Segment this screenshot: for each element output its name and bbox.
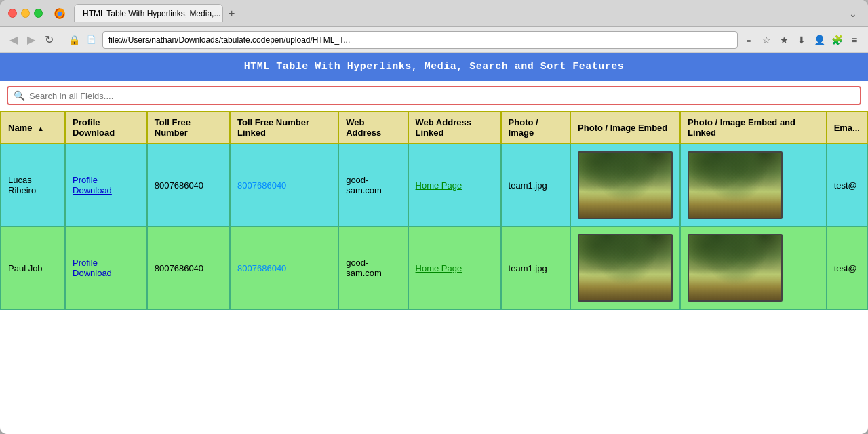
menu-icon[interactable]: ≡ [848, 33, 861, 47]
firefox-icon [54, 7, 66, 20]
new-tab-button[interactable]: + [223, 5, 240, 22]
search-icon: 🔍 [14, 90, 25, 101]
cell-email-1: test@ [827, 144, 867, 226]
address-bar[interactable] [102, 31, 738, 49]
photo-embed-link-1[interactable] [688, 151, 819, 219]
col-web-address-linked: Web Address Linked [408, 111, 501, 144]
profile-link-1[interactable]: Profile [73, 175, 140, 185]
cell-photo-embed-1 [570, 144, 680, 226]
col-toll-free: Toll Free Number [147, 111, 230, 144]
navigation-toolbar: ◀ ▶ ↻ 🔒 📄 ≡ ☆ ★ ⬇ 👤 🧩 ≡ [0, 27, 868, 53]
traffic-lights [8, 9, 43, 18]
photo-embed-image-1 [578, 151, 673, 219]
cell-email-2: test@ [827, 226, 867, 309]
cell-name-1: Lucas Ribeiro [1, 144, 65, 226]
table-row: Lucas Ribeiro Profile Download 800768604… [1, 144, 867, 226]
photo-embed-image-2 [578, 234, 673, 302]
file-icon: 📄 [85, 33, 98, 47]
tab-bar: HTML Table With Hyperlinks, Media,... ✕ … [74, 4, 240, 22]
cell-toll-free-1: 8007686040 [147, 144, 230, 226]
cell-photo-1: team1.jpg [501, 144, 570, 226]
header-title: HTML Table With Hyperlinks, Media, Searc… [244, 61, 625, 73]
sort-arrow-name: ▲ [37, 125, 44, 132]
phone-link-1[interactable]: 8007686040 [237, 180, 286, 191]
page-content: HTML Table With Hyperlinks, Media, Searc… [0, 53, 868, 434]
cell-web-2: good-sam.com [338, 226, 408, 309]
table-row: Paul Job Profile Download 8007686040 800… [1, 226, 867, 309]
cell-name-2: Paul Job [1, 226, 65, 309]
profile-icon[interactable]: 👤 [812, 33, 826, 47]
active-tab[interactable]: HTML Table With Hyperlinks, Media,... ✕ [74, 4, 223, 22]
minimize-button[interactable] [21, 9, 30, 18]
profile-link-2[interactable]: Profile [73, 258, 140, 268]
cell-web-linked-2: Home Page [408, 226, 501, 309]
cell-web-1: good-sam.com [338, 144, 408, 226]
svg-point-1 [58, 11, 62, 16]
search-input[interactable] [29, 91, 854, 101]
download-link-2[interactable]: Download [73, 268, 140, 278]
bookmark-star-icon[interactable]: ★ [777, 33, 791, 47]
search-container: 🔍 [7, 86, 861, 105]
expand-icon[interactable]: ⌄ [846, 7, 860, 20]
close-button[interactable] [8, 9, 17, 18]
data-table-container: Name ▲ Profile Download Toll Free Number… [0, 111, 868, 310]
photo-embed-linked-image-2 [688, 234, 783, 302]
download-icon[interactable]: ⬇ [795, 33, 808, 47]
cell-photo-embed-linked-2 [680, 226, 827, 309]
home-page-link-2[interactable]: Home Page [416, 263, 462, 273]
cell-toll-free-linked-2: 8007686040 [230, 226, 338, 309]
browser-window: HTML Table With Hyperlinks, Media,... ✕ … [0, 0, 868, 434]
phone-link-2[interactable]: 8007686040 [237, 263, 286, 273]
title-bar: HTML Table With Hyperlinks, Media,... ✕ … [0, 0, 868, 27]
forward-button[interactable]: ▶ [24, 31, 38, 49]
photo-embed-link-2[interactable] [688, 234, 819, 302]
photo-embed-linked-image-1 [688, 151, 783, 219]
bookmark-icon[interactable]: ☆ [760, 33, 773, 47]
maximize-button[interactable] [34, 9, 43, 18]
col-photo-embed: Photo / Image Embed [570, 111, 680, 144]
download-link-1[interactable]: Download [73, 185, 140, 195]
col-photo-embed-linked: Photo / Image Embed and Linked [680, 111, 827, 144]
cell-photo-embed-2 [570, 226, 680, 309]
cell-photo-2: team1.jpg [501, 226, 570, 309]
search-bar: 🔍 [0, 81, 868, 111]
back-button[interactable]: ◀ [7, 31, 20, 49]
col-profile-download: Profile Download [65, 111, 147, 144]
page-header: HTML Table With Hyperlinks, Media, Searc… [0, 53, 868, 81]
extension-icon[interactable]: 🧩 [830, 33, 844, 47]
reader-icon[interactable]: ≡ [742, 33, 755, 47]
col-photo-image: Photo / Image [501, 111, 570, 144]
data-table: Name ▲ Profile Download Toll Free Number… [0, 111, 868, 310]
col-name[interactable]: Name ▲ [1, 111, 65, 144]
reload-button[interactable]: ↻ [42, 31, 56, 49]
cell-profile-download-1: Profile Download [65, 144, 147, 226]
cell-toll-free-linked-1: 8007686040 [230, 144, 338, 226]
shield-icon: 🔒 [67, 33, 81, 47]
cell-web-linked-1: Home Page [408, 144, 501, 226]
tab-label: HTML Table With Hyperlinks, Media,... [83, 9, 220, 18]
toolbar-extra-icons: ★ ⬇ 👤 🧩 ≡ [777, 33, 861, 47]
col-toll-free-linked: Toll Free Number Linked [230, 111, 338, 144]
col-web-address: Web Address [338, 111, 408, 144]
cell-profile-download-2: Profile Download [65, 226, 147, 309]
col-email: Ema... [827, 111, 867, 144]
home-page-link-1[interactable]: Home Page [416, 180, 462, 191]
cell-photo-embed-linked-1 [680, 144, 827, 226]
cell-toll-free-2: 8007686040 [147, 226, 230, 309]
